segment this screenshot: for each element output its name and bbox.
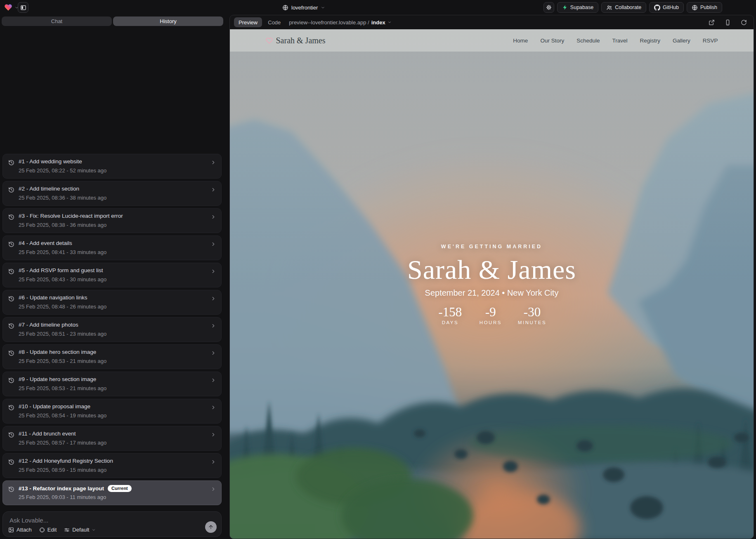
history-item-title: #7 - Add timeline photos (19, 322, 78, 328)
site-name: Sarah & James (276, 36, 326, 45)
site-nav-link[interactable]: RSVP (703, 38, 718, 44)
history-item-title: #10 - Update proposal image (19, 403, 90, 410)
chevron-right-icon[interactable] (210, 187, 216, 193)
lovable-heart-icon (4, 3, 12, 12)
project-name: lovefrontier (291, 5, 318, 11)
globe-icon (282, 5, 288, 11)
history-item[interactable]: #5 - Add RSVP form and guest list 25 Feb… (2, 263, 222, 287)
gear-icon (546, 4, 552, 11)
lovable-logo[interactable] (4, 3, 19, 12)
history-item[interactable]: #11 - Add brunch event 25 Feb 2025, 08:5… (2, 426, 222, 451)
site-nav-link[interactable]: Home (513, 38, 528, 44)
chevron-right-icon[interactable] (210, 350, 216, 356)
site-nav-link[interactable]: Registry (640, 38, 660, 44)
history-item-title: #2 - Add timeline section (19, 186, 79, 192)
chevron-down-icon (92, 528, 96, 532)
preview-url[interactable]: preview--lovefrontier.lovable.app / inde… (289, 19, 391, 26)
chevron-right-icon[interactable] (210, 296, 216, 301)
github-button[interactable]: GitHub (649, 2, 684, 13)
history-item-timestamp: 25 Feb 2025, 08:43 - 30 minutes ago (19, 276, 106, 282)
site-nav-link[interactable]: Schedule (576, 38, 600, 44)
chevron-right-icon[interactable] (210, 241, 216, 247)
tab-preview[interactable]: Preview (234, 17, 262, 27)
history-item[interactable]: #2 - Add timeline section 25 Feb 2025, 0… (2, 181, 222, 206)
send-button[interactable] (205, 521, 217, 533)
history-icon (8, 214, 14, 220)
site-logo[interactable]: Sarah & James (266, 36, 326, 45)
history-item[interactable]: #13 - Refactor index page layoutCurrent … (2, 480, 222, 505)
history-item[interactable]: #3 - Fix: Resolve Lucide-react import er… (2, 208, 222, 233)
chevron-right-icon[interactable] (210, 486, 216, 492)
refresh-icon[interactable] (741, 19, 747, 26)
history-icon (8, 432, 14, 438)
project-switcher[interactable]: lovefrontier (282, 0, 325, 15)
open-external-icon[interactable] (709, 19, 715, 26)
publish-globe-icon (692, 5, 698, 11)
sidebar-toggle-button[interactable] (18, 2, 28, 13)
chevron-right-icon[interactable] (210, 459, 216, 465)
site-nav-link[interactable]: Our Story (540, 38, 564, 44)
countdown-label: MINUTES (518, 320, 546, 325)
countdown-label: HOURS (477, 320, 504, 325)
history-item-timestamp: 25 Feb 2025, 08:22 - 52 minutes ago (19, 167, 106, 174)
history-item[interactable]: #9 - Update hero section image 25 Feb 20… (2, 372, 222, 396)
chevron-right-icon[interactable] (210, 214, 216, 220)
site-nav-link[interactable]: Travel (612, 38, 627, 44)
chat-mode-selector[interactable]: Default (64, 527, 96, 533)
history-item[interactable]: #12 - Add Honeyfund Registry Section 25 … (2, 453, 222, 478)
history-item[interactable]: #6 - Update navigation links 25 Feb 2025… (2, 290, 222, 315)
sliders-icon (64, 527, 70, 533)
tab-history[interactable]: History (113, 16, 223, 26)
publish-button[interactable]: Publish (687, 2, 722, 13)
attach-button[interactable]: Attach (8, 527, 32, 533)
chevron-right-icon[interactable] (210, 268, 216, 274)
collaborate-button[interactable]: Collaborate (601, 2, 646, 13)
tab-code[interactable]: Code (268, 19, 281, 26)
chevron-right-icon[interactable] (210, 432, 216, 438)
history-item[interactable]: #8 - Update hero section image 25 Feb 20… (2, 344, 222, 369)
history-item-title: #12 - Add Honeyfund Registry Section (19, 458, 113, 464)
supabase-icon (562, 5, 568, 10)
countdown-value: -30 (518, 305, 546, 319)
chevron-right-icon[interactable] (210, 160, 216, 165)
crosshair-icon (39, 527, 45, 533)
composer-toolbar: Attach Edit Default (8, 527, 96, 533)
preview-actions (709, 19, 747, 26)
settings-button[interactable] (543, 2, 554, 13)
arrow-up-icon (208, 524, 214, 530)
site-nav-link[interactable]: Gallery (673, 38, 690, 44)
supabase-label: Supabase (570, 5, 593, 10)
history-icon (8, 160, 14, 166)
app-topbar: lovefrontier Supabase Collaborate (0, 0, 756, 15)
composer[interactable]: Attach Edit Default (2, 511, 222, 537)
history-icon (8, 486, 14, 492)
chevron-right-icon[interactable] (210, 323, 216, 329)
history-list: #1 - Add wedding website 25 Feb 2025, 08… (2, 154, 222, 508)
history-item[interactable]: #10 - Update proposal image 25 Feb 2025,… (2, 399, 222, 424)
history-icon (8, 405, 14, 411)
chevron-right-icon[interactable] (210, 405, 216, 410)
current-badge: Current (108, 485, 132, 492)
chevron-right-icon[interactable] (210, 377, 216, 383)
countdown-value: -158 (437, 305, 463, 319)
mobile-view-icon[interactable] (725, 19, 731, 26)
chevron-down-icon (387, 20, 392, 24)
supabase-button[interactable]: Supabase (557, 2, 598, 13)
composer-input[interactable] (9, 516, 186, 526)
hero-title: Sarah & James (230, 255, 754, 285)
edit-button[interactable]: Edit (39, 527, 57, 533)
tab-chat[interactable]: Chat (2, 16, 112, 26)
chevron-down-icon (321, 5, 325, 10)
history-item-title: #4 - Add event details (19, 240, 72, 246)
mode-label: Default (72, 527, 89, 533)
site-header: Sarah & James HomeOur StoryScheduleTrave… (230, 29, 754, 52)
history-item-timestamp: 25 Feb 2025, 08:48 - 26 minutes ago (19, 304, 106, 310)
history-item[interactable]: #1 - Add wedding website 25 Feb 2025, 08… (2, 154, 222, 179)
countdown-unit: -30 MINUTES (518, 305, 546, 325)
history-item[interactable]: #7 - Add timeline photos 25 Feb 2025, 08… (2, 317, 222, 342)
publish-label: Publish (700, 5, 717, 10)
preview-toolbar: Preview Code preview--lovefrontier.lovab… (230, 15, 754, 29)
image-attach-icon (8, 527, 14, 533)
history-icon (8, 323, 14, 329)
history-item[interactable]: #4 - Add event details 25 Feb 2025, 08:4… (2, 235, 222, 260)
